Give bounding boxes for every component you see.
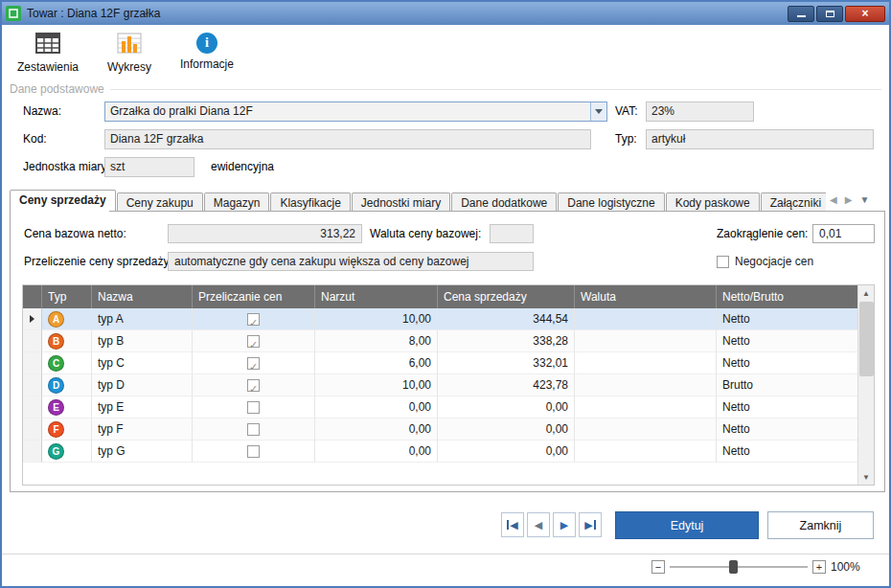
zoom-out-button[interactable]: −: [651, 560, 665, 574]
grid-header-typ[interactable]: Typ: [42, 285, 92, 308]
przeliczanie-checkbox[interactable]: [247, 423, 260, 436]
grid-header-waluta[interactable]: Waluta: [575, 285, 717, 308]
negocjacje-cen-checkbox[interactable]: [717, 256, 729, 268]
row-selector[interactable]: [23, 374, 42, 396]
tab-scroll-right-button[interactable]: ▶: [845, 194, 853, 205]
grid-header-narzut[interactable]: Narzut: [315, 285, 438, 308]
nav-first-button[interactable]: ◀: [501, 512, 524, 537]
cell-nazwa: typ F: [92, 418, 193, 441]
table-row[interactable]: B typ B 8,00 338,28 Netto: [23, 330, 859, 352]
close-button[interactable]: ×: [845, 6, 885, 22]
scroll-thumb[interactable]: [859, 302, 874, 376]
cell-waluta: [575, 396, 717, 418]
table-row[interactable]: F typ F 0,00 0,00 Netto: [23, 418, 859, 441]
cell-przeliczanie: [193, 441, 315, 463]
type-badge: E: [48, 399, 64, 416]
przeliczanie-checkbox[interactable]: [247, 335, 260, 348]
vat-field[interactable]: 23%: [646, 102, 754, 122]
nav-prev-button[interactable]: ◀: [527, 512, 550, 537]
table-row[interactable]: C typ C 6,00 332,01 Netto: [23, 352, 859, 374]
cell-przeliczanie: [193, 330, 315, 352]
row-selector[interactable]: [23, 308, 42, 330]
zoom-in-button[interactable]: +: [812, 560, 826, 574]
cell-narzut: 0,00: [315, 441, 438, 463]
grid-header-nazwa[interactable]: Nazwa: [92, 285, 193, 308]
przeliczanie-checkbox[interactable]: [247, 357, 260, 370]
tab-ceny-sprzedazy[interactable]: Ceny sprzedaży: [10, 190, 116, 212]
maximize-button[interactable]: [816, 6, 843, 22]
group-dane-podstawowe: Dane podstawowe: [10, 82, 881, 96]
zaokraglenie-field[interactable]: 0,01: [812, 224, 875, 243]
window-title: Towar : Diana 12F grzałka: [27, 7, 786, 20]
cell-nazwa: typ G: [92, 441, 193, 463]
tab-jednostki-miary[interactable]: Jednostki miary: [352, 192, 450, 212]
negocjacje-cen-checkbox-row[interactable]: Negocjacje cen: [717, 255, 813, 268]
row-selector[interactable]: [23, 352, 42, 374]
typ-label: Typ:: [615, 129, 637, 149]
cell-narzut: 10,00: [315, 374, 438, 396]
active-tab-cover: [11, 211, 109, 212]
typ-field[interactable]: artykuł: [646, 129, 874, 149]
cena-bazowa-field[interactable]: 313,22: [168, 224, 362, 243]
table-row[interactable]: D typ D 10,00 423,78 Brutto: [23, 374, 859, 396]
przeliczenie-field[interactable]: automatyczne gdy cena zakupu większa od …: [168, 252, 534, 271]
grid-header-cena-sprzedazy[interactable]: Cena sprzedaży: [438, 285, 575, 308]
przeliczanie-checkbox[interactable]: [247, 445, 260, 458]
record-navigation: ◀ ◀ ▶ ▶: [501, 512, 602, 537]
tab-scroll-left-button[interactable]: ◀: [830, 194, 837, 205]
tab-magazyn[interactable]: Magazyn: [204, 192, 270, 212]
table-row[interactable]: A typ A 10,00 344,54 Netto: [23, 308, 859, 330]
toolbar-item-wykresy[interactable]: Wykresy: [102, 31, 157, 76]
scroll-down-button[interactable]: ▼: [858, 469, 874, 485]
row-selector[interactable]: [23, 396, 42, 418]
cell-netto-brutto: Netto: [717, 418, 859, 441]
table-row[interactable]: E typ E 0,00 0,00 Netto: [23, 396, 859, 418]
zoom-slider-thumb[interactable]: [729, 560, 738, 574]
tab-dane-logistyczne[interactable]: Dane logistyczne: [558, 192, 664, 212]
zoom-slider[interactable]: [670, 560, 808, 574]
tab-klasyfikacje[interactable]: Klasyfikacje: [270, 192, 350, 212]
tab-dane-dodatkowe[interactable]: Dane dodatkowe: [451, 192, 557, 212]
edit-button[interactable]: Edytuj: [615, 511, 759, 539]
nazwa-combobox[interactable]: Grzałka do pralki Diana 12F: [104, 102, 607, 122]
row-selector[interactable]: [23, 418, 42, 441]
toolbar-item-zestawienia[interactable]: Zestawienia: [11, 31, 84, 76]
nazwa-dropdown-button[interactable]: [590, 102, 606, 121]
cell-narzut: 0,00: [315, 396, 438, 418]
type-badge: F: [48, 421, 64, 438]
toolbar-item-informacje[interactable]: i Informacje: [174, 31, 240, 76]
nav-last-button[interactable]: ▶: [579, 512, 602, 537]
tab-ceny-zakupu[interactable]: Ceny zakupu: [117, 192, 203, 212]
type-badge: G: [48, 443, 64, 460]
titlebar[interactable]: Towar : Diana 12F grzałka ×: [2, 2, 889, 25]
close-window-button[interactable]: Zamknij: [767, 511, 874, 539]
przeliczanie-checkbox[interactable]: [247, 379, 260, 392]
tab-zalaczniki[interactable]: Załączniki: [761, 192, 826, 212]
waluta-bazowa-label: Waluta ceny bazowej:: [370, 224, 481, 243]
przeliczanie-checkbox[interactable]: [247, 401, 260, 414]
row-selector[interactable]: [23, 441, 42, 463]
jednostka-miary-field[interactable]: szt: [104, 157, 194, 177]
przeliczanie-checkbox[interactable]: [247, 313, 260, 326]
waluta-bazowa-field[interactable]: [490, 224, 534, 243]
vertical-scrollbar[interactable]: ▲ ▼: [857, 285, 874, 485]
kod-field[interactable]: Diana 12F grzałka: [104, 129, 591, 149]
tab-scroll-controls: ◀ ▶ ▼: [830, 194, 869, 205]
cell-waluta: [575, 441, 717, 463]
grid-header-netto-brutto[interactable]: Netto/Brutto: [717, 285, 859, 308]
table-row[interactable]: G typ G 0,00 0,00 Netto: [23, 441, 859, 463]
cell-przeliczanie: [193, 396, 315, 418]
grid-header-przeliczanie[interactable]: Przeliczanie cen: [193, 285, 315, 308]
row-selector[interactable]: [23, 330, 42, 352]
nav-next-button[interactable]: ▶: [553, 512, 576, 537]
minimize-button[interactable]: [788, 6, 814, 22]
scroll-up-button[interactable]: ▲: [858, 285, 874, 301]
cell-narzut: 10,00: [315, 308, 438, 330]
type-badge: C: [48, 355, 64, 372]
nazwa-value: Grzałka do pralki Diana 12F: [105, 102, 590, 121]
tab-kody-paskowe[interactable]: Kody paskowe: [666, 192, 760, 212]
cell-nazwa: typ D: [92, 374, 193, 396]
zoom-level-label: 100%: [831, 560, 860, 574]
cell-narzut: 6,00: [315, 352, 438, 374]
tab-list-dropdown-button[interactable]: ▼: [859, 194, 869, 205]
